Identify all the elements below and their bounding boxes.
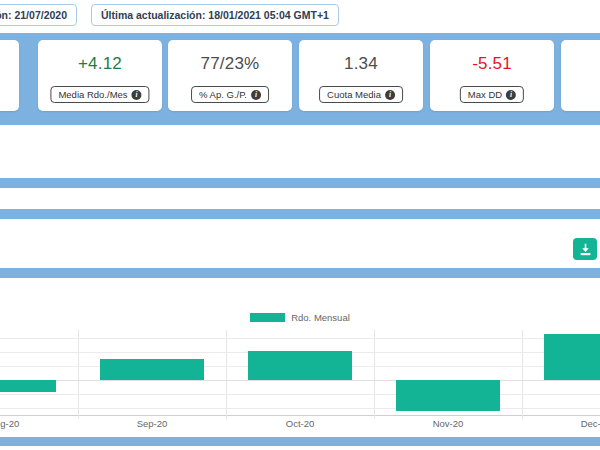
bar-Sep-20[interactable] [100,359,204,380]
badge-created-date: ión: 21/07/2020 [0,4,77,26]
stat-value: 77/23% [168,54,292,74]
bar-Aug-20[interactable] [0,380,56,392]
info-icon[interactable]: i [506,90,516,100]
stat-label-box: Media Rdo./Mes i [50,86,149,103]
stat-label-box: % Ap. G./P. i [191,86,269,103]
stat-label: Media Rdo./Mes [58,89,127,100]
download-button[interactable] [573,238,597,260]
badge-updated-text: Última actualización: 18/01/2021 05:04 G… [101,9,329,21]
grid-line-vertical [522,330,523,419]
x-axis-label: Dec-20 [581,418,600,429]
grid-line [0,394,600,395]
x-axis-label: Aug-20 [0,418,19,429]
download-icon [579,243,592,256]
stat-card-max-dd: -5.51 Max DD i [430,40,554,111]
stat-card-media-rdo-mes: +4.12 Media Rdo./Mes i [38,40,162,111]
stat-label-box: Cuota Media i [319,86,403,103]
stat-label: % Ap. G./P. [199,89,247,100]
separator-bar [0,178,600,188]
info-icon[interactable]: i [385,90,395,100]
grid-line [0,380,600,381]
stat-card-ap-gp: 77/23% % Ap. G./P. i [168,40,292,111]
stat-card-cuota-media: 1.34 Cuota Media i [299,40,423,111]
stats-strip: i +4.12 Media Rdo./Mes i 77/23% % Ap. G.… [0,33,600,125]
x-axis-line [0,415,600,416]
stat-value: -5.51 [430,54,554,74]
monthly-results-bar-chart: Rdo. Mensual Aug-20Sep-20Oct-20Nov-20Dec… [0,278,600,437]
x-axis-label: Nov-20 [433,418,464,429]
separator-bar [0,209,600,219]
badge-last-updated: Última actualización: 18/01/2021 05:04 G… [91,4,339,26]
grid-line [0,408,600,409]
stat-value: 1.34 [299,54,423,74]
info-icon[interactable]: i [251,90,261,100]
grid-line-vertical [374,330,375,419]
badge-created-text: ión: 21/07/2020 [0,9,67,21]
legend-label: Rdo. Mensual [291,312,350,323]
stat-label: Cuota Media [327,89,381,100]
info-icon[interactable]: i [132,90,142,100]
grid-line-vertical [78,330,79,419]
legend-swatch [250,313,285,322]
dashboard-page: ión: 21/07/2020 Última actualización: 18… [0,0,600,450]
separator-bar [0,437,600,446]
stat-label-box: Max DD i [460,86,524,103]
x-axis-label: Oct-20 [286,418,315,429]
chart-legend[interactable]: Rdo. Mensual [0,312,600,323]
stat-card-partial-left: i [0,40,19,111]
x-axis-label: Sep-20 [137,418,168,429]
bar-Dec-20[interactable] [544,334,600,380]
bar-Oct-20[interactable] [248,351,352,380]
stat-card-partial-right [561,40,600,111]
grid-line [0,338,600,339]
separator-bar [0,268,600,278]
stat-value: +4.12 [38,54,162,74]
grid-line-vertical [226,330,227,419]
stat-label: Max DD [468,89,502,100]
bar-Nov-20[interactable] [396,380,500,411]
